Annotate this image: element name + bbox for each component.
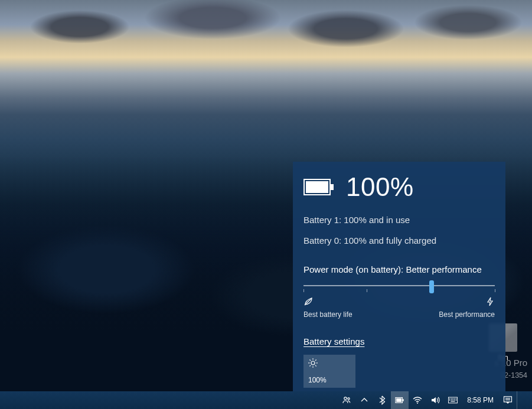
slider-tick — [367, 289, 367, 292]
svg-line-10 — [315, 365, 316, 367]
leaf-icon — [303, 297, 353, 308]
slider-max-group: Best performance — [439, 297, 495, 319]
svg-point-24 — [456, 398, 456, 399]
brightness-tile[interactable]: 100% — [303, 355, 355, 388]
show-desktop-button[interactable] — [517, 391, 532, 409]
volume-icon — [430, 395, 440, 405]
svg-point-20 — [450, 398, 451, 399]
notification-icon — [503, 395, 513, 405]
system-tray: 8:58 PM — [338, 391, 532, 409]
battery-percentage: 100% — [346, 172, 414, 202]
svg-point-18 — [417, 403, 418, 404]
svg-rect-2 — [331, 184, 334, 190]
svg-line-12 — [315, 359, 316, 361]
svg-point-25 — [450, 400, 451, 401]
tray-wifi[interactable] — [409, 391, 426, 409]
tray-ime[interactable] — [444, 391, 462, 409]
slider-tick — [303, 289, 304, 292]
tray-volume[interactable] — [426, 391, 444, 409]
tray-battery[interactable] — [391, 391, 409, 409]
slider-track — [303, 285, 495, 286]
tray-clock[interactable]: 8:58 PM — [462, 391, 499, 409]
svg-point-28 — [455, 400, 455, 401]
power-mode-slider[interactable] — [303, 280, 495, 292]
battery-icon — [395, 395, 404, 405]
svg-point-26 — [451, 400, 452, 401]
svg-point-27 — [453, 400, 453, 401]
brightness-icon — [308, 358, 351, 369]
chevron-up-icon — [360, 395, 369, 405]
svg-rect-17 — [403, 399, 404, 401]
slider-min-label: Best battery life — [303, 310, 353, 319]
svg-point-22 — [453, 398, 453, 399]
svg-rect-1 — [306, 181, 328, 193]
battery-1-status: Battery 1: 100% and in use — [303, 215, 495, 225]
svg-line-9 — [309, 359, 311, 361]
wifi-icon — [413, 395, 422, 405]
tray-overflow[interactable] — [355, 391, 373, 409]
battery-flyout: 100% Battery 1: 100% and in use Battery … — [293, 162, 505, 391]
svg-rect-31 — [504, 397, 512, 402]
keyboard-icon — [448, 395, 458, 405]
people-icon — [342, 395, 351, 405]
svg-line-11 — [309, 365, 311, 367]
slider-thumb[interactable] — [429, 280, 434, 293]
svg-point-21 — [451, 398, 452, 399]
svg-point-13 — [344, 397, 347, 400]
power-mode-label: Power mode (on battery): Better performa… — [303, 264, 495, 274]
tray-bluetooth[interactable] — [373, 391, 391, 409]
svg-point-4 — [311, 361, 315, 365]
tray-people[interactable] — [338, 391, 355, 409]
battery-large-icon — [303, 179, 334, 195]
bluetooth-icon — [377, 395, 387, 405]
taskbar: 8:58 PM — [0, 391, 532, 409]
tray-notifications[interactable] — [499, 391, 517, 409]
svg-point-29 — [456, 400, 456, 401]
bolt-icon — [485, 297, 495, 308]
svg-point-14 — [348, 398, 350, 400]
svg-rect-30 — [451, 401, 455, 402]
brightness-value: 100% — [308, 376, 351, 384]
slider-max-label: Best performance — [439, 310, 495, 319]
battery-settings-link[interactable]: Battery settings — [303, 336, 364, 346]
svg-point-23 — [455, 398, 455, 399]
slider-min-group: Best battery life — [303, 297, 353, 319]
battery-0-status: Battery 0: 100% and fully charged — [303, 235, 495, 246]
svg-rect-16 — [397, 398, 402, 402]
slider-tick — [495, 289, 495, 292]
